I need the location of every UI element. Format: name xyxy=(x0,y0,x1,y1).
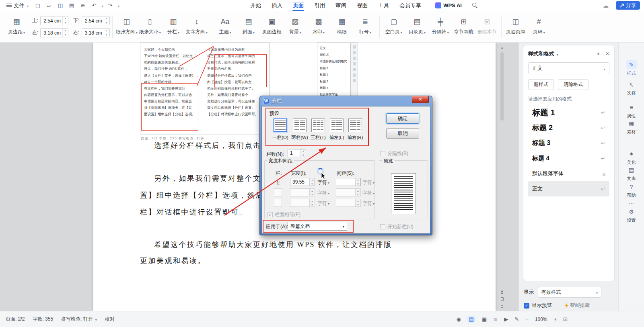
sidebar-item-assets[interactable]: ▦素材 xyxy=(619,119,644,135)
tab-member[interactable]: 会员专享 xyxy=(394,0,426,11)
document-scrollbar[interactable]: ▴ ▴ ▾ ▾ xyxy=(499,44,505,309)
tab-reference[interactable]: 引用 xyxy=(309,0,330,11)
scroll-up-icon[interactable] xyxy=(501,44,503,50)
margin-right-stepper[interactable] xyxy=(104,29,109,37)
style-default-font[interactable]: 默认段落字体a xyxy=(528,166,609,181)
ink-pen-icon[interactable]: ✎ xyxy=(514,316,519,322)
preset-two-columns[interactable]: 两栏(W) xyxy=(291,119,309,141)
smart-layout-button[interactable]: 智能排版 xyxy=(565,302,590,309)
sidebar-item-styles[interactable]: ✎样式 xyxy=(619,60,644,76)
fullscreen-icon[interactable]: ⊡ xyxy=(563,316,568,322)
tab-page[interactable]: 页面 xyxy=(288,0,309,11)
apply-to-dropdown[interactable]: 整篇文档 xyxy=(288,222,347,231)
select-browse-object-button[interactable] xyxy=(501,297,504,301)
section-nav-button[interactable]: ⊞章节导航 xyxy=(452,11,475,42)
pin-icon[interactable]: ⌖ xyxy=(597,51,600,57)
redo-icon[interactable]: ↷ xyxy=(106,0,115,11)
page-border-button[interactable]: ▣页面边框 xyxy=(260,11,284,42)
search-icon[interactable] xyxy=(472,3,477,8)
preset-left-offset[interactable]: 偏左(L) xyxy=(328,119,346,141)
margin-left-input[interactable]: 3.18 cm xyxy=(40,28,68,37)
wps-ai-button[interactable]: WPS AI xyxy=(435,2,462,8)
margin-bottom-input[interactable]: 2.54 cm xyxy=(82,16,110,25)
page-number-button[interactable]: #页码 xyxy=(527,11,551,42)
previous-page-button[interactable]: ▴ ▴ xyxy=(501,290,503,294)
break-button[interactable]: ╪分隔符 xyxy=(429,11,452,42)
paper-size-button[interactable]: ▯纸张大小 xyxy=(138,11,162,42)
cloud-sync-icon[interactable]: ☁ xyxy=(603,2,609,9)
tools-icon[interactable]: ⊕ xyxy=(78,0,87,11)
blank-page-button[interactable]: ▢空白页 xyxy=(382,11,405,42)
new-style-button[interactable]: 新样式 xyxy=(528,79,554,90)
tab-insert[interactable]: 插入 xyxy=(266,0,288,11)
collapse-pane-icon[interactable]: — xyxy=(619,47,644,53)
page-margins-button[interactable]: ▦ 页边距 xyxy=(5,18,28,35)
preset-one-column[interactable]: 一栏(O) xyxy=(272,119,289,141)
watermark-button[interactable]: ▩水印 xyxy=(307,11,330,42)
background-button[interactable]: ▨背景 xyxy=(284,11,307,42)
tab-view[interactable]: 视图 xyxy=(352,0,373,11)
text-direction-button[interactable]: ↕文字方向 xyxy=(185,11,208,42)
margin-right-input[interactable]: 3.18 cm xyxy=(82,28,110,37)
tab-review[interactable]: 审阅 xyxy=(330,0,352,11)
undo-chevron-icon[interactable] xyxy=(101,2,103,8)
line-numbers-button[interactable]: ≣行号 xyxy=(354,11,377,42)
style-heading-1[interactable]: 标题 1↵ xyxy=(528,105,609,120)
row1-width-unit-dropdown[interactable]: 字符 xyxy=(317,179,329,186)
style-heading-4[interactable]: 标题 4↵ xyxy=(528,151,609,166)
margin-bottom-stepper[interactable] xyxy=(104,16,109,25)
close-icon[interactable]: ✕ xyxy=(605,51,609,57)
column-count-stepper[interactable]: 1 xyxy=(288,149,306,157)
style-heading-3[interactable]: 标题 3↵ xyxy=(528,135,609,151)
header-footer-button[interactable]: ◫页眉页脚 xyxy=(504,11,527,42)
word-count[interactable]: 字数: 355 xyxy=(33,316,53,323)
open-folder-icon[interactable]: ▱ xyxy=(45,0,53,11)
ok-button[interactable]: 确定 xyxy=(386,113,419,124)
sidebar-item-settings[interactable]: ⚙设置 xyxy=(619,207,644,223)
preset-right-offset[interactable]: 偏右(R) xyxy=(346,119,364,141)
file-menu[interactable]: 文件 xyxy=(4,2,31,9)
new-file-icon[interactable]: ▢ xyxy=(33,0,42,11)
manuscript-paper-button[interactable]: ▦稿纸 xyxy=(330,11,354,42)
columns-button[interactable]: ▥分栏 xyxy=(162,11,185,42)
margin-top-input[interactable]: 2.54 cm xyxy=(40,16,68,25)
web-view-icon[interactable]: ▣ xyxy=(482,316,487,322)
dialog-titlebar[interactable]: W 分栏 ✕ xyxy=(261,96,430,106)
sidebar-item-select[interactable]: ↖选择 xyxy=(619,80,644,96)
row1-spacing-input[interactable] xyxy=(336,178,361,186)
margin-left-stepper[interactable] xyxy=(62,29,68,37)
tab-home[interactable]: 开始 xyxy=(245,0,266,11)
page-view-icon[interactable]: ▤ xyxy=(467,316,475,323)
more-tools-chevron-icon[interactable] xyxy=(117,2,119,8)
paper-orientation-button[interactable]: ◫纸张方向 xyxy=(115,11,138,42)
show-preview-checkbox[interactable]: ✓ xyxy=(524,303,529,309)
slideshow-icon[interactable]: ▶ xyxy=(504,316,508,322)
embedded-screenshot-1[interactable]: 大家好，今天我们来下WPS中如何设置分栏，以使文档的排版更加美观易读。首先，我们… xyxy=(140,43,270,135)
outline-view-icon[interactable]: ≣ xyxy=(493,316,498,322)
current-style-dropdown[interactable]: 正文 xyxy=(528,62,609,74)
sidebar-item-properties[interactable]: ≡属性 xyxy=(619,103,644,119)
toc-page-button[interactable]: ▤目录页 xyxy=(405,11,429,42)
reading-eye-icon[interactable]: ◉ xyxy=(456,316,461,322)
next-page-button[interactable]: ▾ ▾ xyxy=(501,305,503,309)
preset-three-columns[interactable]: 三栏(T) xyxy=(309,119,327,141)
close-icon[interactable]: ✕ xyxy=(412,96,429,103)
style-heading-2[interactable]: 标题 2↵ xyxy=(528,120,609,135)
zoom-in-icon[interactable]: + xyxy=(554,316,557,322)
more-icon[interactable]: ⋯ xyxy=(619,200,644,206)
scrollbar-thumb[interactable] xyxy=(500,52,504,121)
cancel-button[interactable]: 取消 xyxy=(386,128,419,139)
cover-button[interactable]: ▤封面 xyxy=(237,11,260,42)
zoom-level[interactable]: 100% xyxy=(535,317,547,322)
theme-button[interactable]: Aa主题 xyxy=(214,11,237,42)
show-filter-dropdown[interactable]: 有效样式 xyxy=(538,287,601,298)
sidebar-item-library[interactable]: ▤文库 xyxy=(619,166,644,182)
sidebar-item-beautify[interactable]: ✶美化 xyxy=(619,149,644,166)
tab-tools[interactable]: 工具 xyxy=(373,0,394,11)
spellcheck-toggle[interactable]: 拼写检查: 打开 xyxy=(61,316,97,323)
sidebar-item-help[interactable]: ?帮助 xyxy=(619,182,644,198)
margin-top-stepper[interactable] xyxy=(62,16,68,25)
undo-icon[interactable]: ↶ xyxy=(90,0,99,11)
proofread-button[interactable]: 校对 xyxy=(105,316,115,323)
style-body-text[interactable]: 正文↵ xyxy=(528,181,609,196)
